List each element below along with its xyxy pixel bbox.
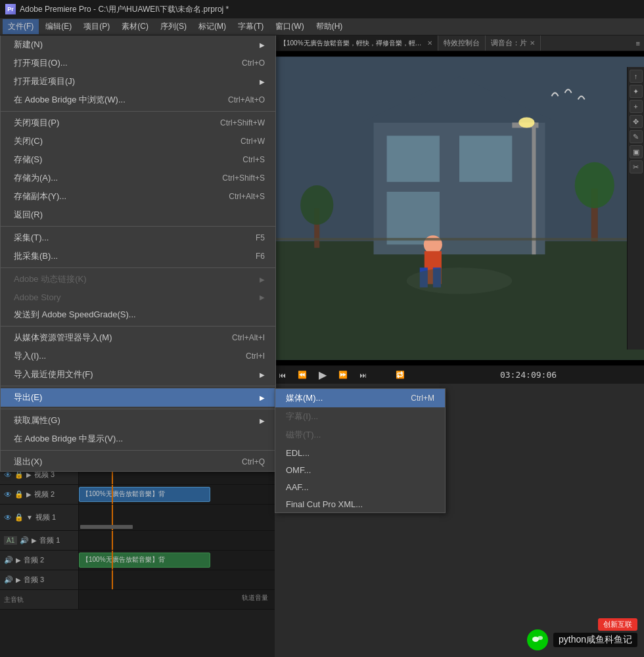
menu-sequence[interactable]: 序列(S) bbox=[155, 19, 192, 34]
menu-project[interactable]: 项目(P) bbox=[78, 19, 115, 34]
menu-batch-capture[interactable]: 批采集(B)... F6 bbox=[1, 247, 275, 265]
play-button[interactable]: ▶ bbox=[315, 367, 331, 382]
track-content-v1 bbox=[79, 505, 275, 530]
track-list: 👁 🔒 ▶ 视频 3 👁 🔒 ▶ 视频 2 bbox=[0, 465, 275, 610]
menu-new[interactable]: 新建(N) ▶ bbox=[1, 35, 275, 54]
track-label-v2: 👁 🔒 ▶ 视频 2 bbox=[0, 485, 79, 504]
v2-playhead bbox=[112, 485, 113, 504]
menu-save-copy[interactable]: 存储副本(Y)... Ctrl+Alt+S bbox=[1, 187, 275, 206]
audio-tab-close[interactable]: ✕ bbox=[530, 39, 535, 47]
tool-zoom[interactable]: + bbox=[630, 100, 643, 113]
menu-save-as[interactable]: 存储为(A)... Ctrl+Shift+S bbox=[1, 169, 275, 187]
tool-pen[interactable]: ✎ bbox=[630, 130, 643, 143]
tool-crop[interactable]: ▣ bbox=[630, 145, 643, 158]
track-speaker-a2[interactable]: 🔊 bbox=[4, 556, 13, 564]
a2-clip[interactable]: 【100%无廣告放鬆音樂】背 bbox=[79, 553, 210, 568]
track-eye-v1[interactable]: 👁 bbox=[4, 513, 12, 522]
menu-clip[interactable]: 素材(C) bbox=[116, 19, 154, 34]
tab-close-btn[interactable]: ✕ bbox=[427, 39, 432, 47]
loop-btn[interactable]: 🔁 bbox=[392, 369, 409, 380]
menu-adobe-story[interactable]: Adobe Story ▶ bbox=[1, 288, 275, 306]
track-expand-v2[interactable]: ▶ bbox=[26, 491, 32, 498]
menu-dynamic-link[interactable]: Adobe 动态链接(K) ▶ bbox=[1, 270, 275, 288]
menu-import-recent-file[interactable]: 导入最近使用文件(F) ▶ bbox=[1, 365, 275, 384]
track-label-a1: A1 🔊 ▶ 音频 1 bbox=[0, 531, 79, 550]
menu-get-properties[interactable]: 获取属性(G) ▶ bbox=[1, 411, 275, 430]
track-content-a2: 【100%无廣告放鬆音樂】背 bbox=[79, 551, 275, 570]
menu-caption[interactable]: 字幕(T) bbox=[233, 19, 269, 34]
properties-arrow: ▶ bbox=[260, 417, 265, 424]
menu-edit[interactable]: 编辑(E) bbox=[40, 19, 77, 34]
menu-exit[interactable]: 退出(X) Ctrl+Q bbox=[1, 453, 275, 471]
step-back[interactable]: ⏪ bbox=[294, 369, 311, 380]
menu-capture[interactable]: 采集(T)... F5 bbox=[1, 229, 275, 247]
track-row-a1: A1 🔊 ▶ 音频 1 bbox=[0, 531, 275, 551]
track-mute-v1[interactable]: 🔒 bbox=[14, 513, 24, 522]
step-forward[interactable]: ⏩ bbox=[334, 369, 352, 380]
menu-marker[interactable]: 标记(M) bbox=[193, 19, 231, 34]
track-speaker-a1[interactable]: 🔊 bbox=[20, 536, 29, 545]
menu-save[interactable]: 存储(S) Ctrl+S bbox=[1, 150, 275, 169]
tool-arrow[interactable]: ↑ bbox=[630, 70, 643, 83]
tab-audio[interactable]: 调音台：片 ✕ bbox=[486, 35, 541, 51]
track-expand-a2[interactable]: ▶ bbox=[16, 556, 21, 564]
export-arrow: ▶ bbox=[260, 394, 265, 401]
title-bar: Pr Adobe Premiere Pro - C:\用户\HUAWEI\下载\… bbox=[0, 0, 644, 18]
video-canvas bbox=[275, 51, 644, 365]
recent-arrow: ▶ bbox=[260, 78, 265, 85]
track-expand-v1[interactable]: ▼ bbox=[26, 514, 33, 521]
menu-speedgrade[interactable]: 发送到 Adobe SpeedGrade(S)... bbox=[1, 306, 275, 324]
track-label-v1: 👁 🔒 ▼ 视频 1 bbox=[0, 505, 79, 530]
track-content-a3 bbox=[79, 570, 275, 589]
track-expand-v3[interactable]: ▶ bbox=[26, 471, 32, 478]
menu-import[interactable]: 导入(I)... Ctrl+I bbox=[1, 347, 275, 365]
wechat-logo bbox=[531, 633, 544, 646]
sep2 bbox=[1, 226, 275, 227]
svg-point-31 bbox=[300, 185, 333, 225]
export-aaf[interactable]: AAF... bbox=[275, 478, 445, 495]
tool-razor[interactable]: ✂ bbox=[630, 160, 643, 173]
watermark-text: python咸鱼科鱼记 bbox=[553, 633, 637, 647]
menu-open-recent[interactable]: 打开最近项目(J) ▶ bbox=[1, 72, 275, 91]
export-omf[interactable]: OMF... bbox=[275, 461, 445, 478]
menu-export[interactable]: 导出(E) ▶ bbox=[1, 388, 275, 407]
track-speaker-a3[interactable]: 🔊 bbox=[4, 576, 13, 584]
menu-revert[interactable]: 返回(R) bbox=[1, 206, 275, 224]
v2-clip[interactable]: 【100%无廣告放鬆音樂】背 bbox=[79, 487, 210, 502]
tab-effects[interactable]: 特效控制台 bbox=[438, 35, 486, 51]
track-expand-a1[interactable]: ▶ bbox=[32, 537, 37, 544]
track-label-a3: 🔊 ▶ 音频 3 bbox=[0, 570, 79, 589]
track-mute-v2[interactable]: 🔒 bbox=[14, 490, 24, 499]
panel-menu-icon[interactable]: ≡ bbox=[632, 38, 644, 49]
menu-help[interactable]: 帮助(H) bbox=[311, 19, 348, 34]
export-edl[interactable]: EDL... bbox=[275, 444, 445, 461]
right-toolbar: ↑ ✦ + ✥ ✎ ▣ ✂ bbox=[627, 67, 644, 350]
menu-close[interactable]: 关闭(C) Ctrl+W bbox=[1, 132, 275, 150]
export-media[interactable]: 媒体(M)... Ctrl+M bbox=[275, 389, 445, 407]
menu-open[interactable]: 打开项目(O)... Ctrl+O bbox=[1, 54, 275, 72]
watermark-area: python咸鱼科鱼记 bbox=[527, 629, 637, 650]
master-label: 轨道音量 bbox=[242, 593, 268, 602]
tab-video-file[interactable]: 【100%无廣告放鬆音樂，輕快，禪修音樂，輕音樂，心靈音樂 - YouTube.… bbox=[275, 35, 438, 51]
menu-file[interactable]: 文件(F) bbox=[3, 19, 39, 34]
export-fcpxml[interactable]: Final Cut Pro XML... bbox=[275, 495, 445, 512]
new-arrow: ▶ bbox=[260, 41, 265, 49]
track-expand-a3[interactable]: ▶ bbox=[16, 576, 21, 583]
export-tape[interactable]: 磁带(T)... bbox=[275, 426, 445, 444]
v1-bar bbox=[80, 525, 133, 529]
tool-select[interactable]: ✦ bbox=[630, 85, 643, 98]
play-to-start[interactable]: ⏮ bbox=[275, 370, 290, 380]
menu-show-in-bridge[interactable]: 在 Adobe Bridge 中显示(V)... bbox=[1, 430, 275, 448]
play-to-end[interactable]: ⏭ bbox=[356, 370, 371, 380]
tool-move[interactable]: ✥ bbox=[630, 115, 643, 128]
file-menu-dropdown: 新建(N) ▶ 打开项目(O)... Ctrl+O 打开最近项目(J) ▶ 在 … bbox=[0, 35, 276, 472]
menu-close-project[interactable]: 关闭项目(P) Ctrl+Shift+W bbox=[1, 114, 275, 132]
svg-rect-17 bbox=[275, 241, 644, 360]
export-caption[interactable]: 字幕(I)... bbox=[275, 407, 445, 426]
menu-bridge-browse[interactable]: 在 Adobe Bridge 中浏览(W)... Ctrl+Alt+O bbox=[1, 91, 275, 109]
track-eye-v2[interactable]: 👁 bbox=[4, 490, 12, 499]
import-recent-arrow: ▶ bbox=[260, 371, 265, 378]
menu-import-media[interactable]: 从媒体资源管理器导入(M) Ctrl+Alt+I bbox=[1, 328, 275, 347]
menu-window[interactable]: 窗口(W) bbox=[270, 19, 309, 34]
playback-controls: ⏮ ⏪ ▶ ⏩ ⏭ 🔁 03:24:09:06 bbox=[275, 365, 644, 384]
